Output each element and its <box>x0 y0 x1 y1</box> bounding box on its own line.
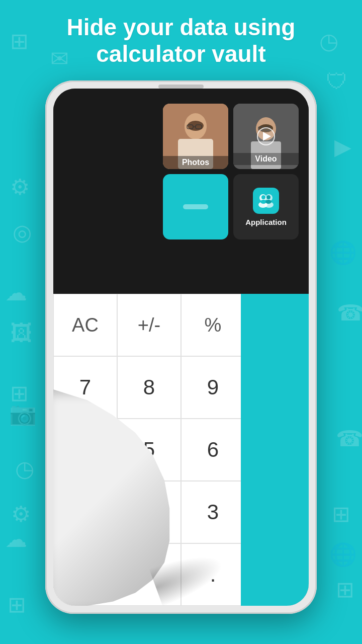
photos-label: Photos <box>163 156 228 169</box>
play-triangle <box>263 132 271 141</box>
application-label: Application <box>245 218 287 226</box>
video-card[interactable]: Video <box>233 104 299 169</box>
calc-btn-ac[interactable]: AC <box>53 294 117 356</box>
app-icon-svg <box>257 192 275 210</box>
header-line1: Hide your data using <box>67 14 296 40</box>
play-button-icon <box>257 127 275 145</box>
vault-cards-area: Photos <box>163 104 299 239</box>
calc-btn-plusminus[interactable]: +/- <box>117 294 181 356</box>
page-curl <box>53 389 224 606</box>
phone-frame: Photos <box>45 80 317 614</box>
svg-point-20 <box>266 195 270 199</box>
application-card[interactable]: Application <box>233 174 299 239</box>
calc-btn-percent[interactable]: % <box>181 294 245 356</box>
header-line2: calculator vault <box>96 41 265 67</box>
calculator-teal-column <box>241 294 309 606</box>
video-label: Video <box>233 153 299 165</box>
svg-point-18 <box>261 195 265 199</box>
video-play-area <box>257 127 275 145</box>
teal-card <box>163 174 228 239</box>
teal-card-bar <box>183 204 208 209</box>
photos-card[interactable]: Photos <box>163 104 228 169</box>
application-icon <box>253 188 279 214</box>
phone-speaker <box>158 85 204 89</box>
header-text: Hide your data using calculator vault <box>0 14 362 67</box>
phone-screen: Photos <box>53 89 309 606</box>
svg-point-21 <box>265 200 272 204</box>
